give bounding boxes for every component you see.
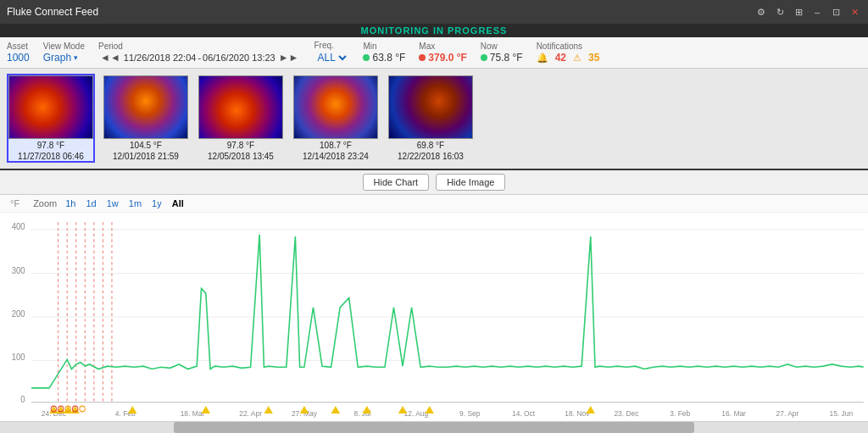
zoom-1h-btn[interactable]: 1h: [64, 198, 77, 208]
svg-text:100: 100: [12, 353, 25, 362]
chart-svg: 400 300 200 100 0: [0, 213, 868, 421]
period-end: 06/16/2020 13:23: [203, 53, 275, 63]
zoom-label: °F: [10, 198, 19, 208]
thermal-card-3[interactable]: 108.7 °F 12/14/2018 23:24: [292, 74, 380, 163]
warn-icon: ⚠: [573, 53, 581, 64]
chart-area: °F Zoom 1h 1d 1w 1m 1y All 400 300 200 1…: [0, 195, 868, 433]
warning-triangle: [331, 406, 341, 414]
thermal-date-2: 12/05/2018 13:45: [208, 152, 274, 161]
thermal-image-4: [388, 75, 473, 139]
freq-select[interactable]: ALL 1h 1d: [314, 51, 349, 64]
now-col: Now 75.8 °F: [481, 42, 523, 64]
period-col: Period ◄◄ 11/26/2018 22:04 - 06/16/2020 …: [98, 42, 300, 64]
thermal-card-4[interactable]: 69.8 °F 12/22/2018 16:03: [387, 74, 475, 163]
thermal-image-2: [198, 75, 283, 139]
header-row: Asset 1000 View Mode Graph ▾ Period ◄◄ 1…: [0, 37, 868, 69]
svg-text:9. Sep: 9. Sep: [459, 409, 481, 418]
notifications-col: Notifications 🔔 42 ⚠ 35: [537, 42, 600, 64]
svg-text:14. Oct: 14. Oct: [512, 409, 536, 418]
thermal-date-3: 12/14/2018 23:24: [303, 152, 369, 161]
period-start: 11/26/2018 22:04: [124, 53, 197, 63]
warn-count: 35: [588, 52, 599, 64]
view-mode-col: View Mode Graph ▾: [43, 42, 85, 64]
close-icon[interactable]: ✕: [848, 5, 861, 19]
min-dot: [363, 54, 370, 61]
min-col: Min 63.8 °F: [363, 42, 405, 64]
thermal-card-0[interactable]: 97.8 °F 11/27/2018 06:46: [7, 74, 95, 163]
svg-text:22. Apr: 22. Apr: [239, 409, 262, 418]
monitoring-bar: MONITORING IN PROGRESS: [0, 24, 868, 37]
svg-text:400: 400: [12, 222, 25, 231]
thermal-card-1[interactable]: 104.5 °F 12/01/2018 21:59: [102, 74, 190, 163]
max-dot: [419, 54, 426, 61]
zoom-all-btn[interactable]: All: [170, 198, 186, 208]
thermal-date-1: 12/01/2018 21:59: [113, 152, 179, 161]
svg-text:23. Dec: 23. Dec: [614, 409, 639, 418]
min-value: 63.8 °F: [363, 52, 405, 64]
svg-text:300: 300: [12, 265, 25, 275]
period-forward-btn[interactable]: ►►: [277, 52, 301, 64]
thermal-temp-4: 69.8 °F: [417, 141, 444, 150]
svg-text:200: 200: [12, 309, 25, 319]
settings-icon[interactable]: ⚙: [754, 5, 768, 19]
scrollbar-thumb[interactable]: [174, 422, 694, 433]
thermal-temp-1: 104.5 °F: [130, 141, 162, 150]
thermal-temp-0: 97.8 °F: [37, 141, 64, 150]
warning-triangle: [70, 406, 80, 414]
zoom-1d-btn[interactable]: 1d: [85, 198, 98, 208]
thermal-image-0: [8, 75, 93, 139]
max-value: 379.0 °F: [419, 52, 467, 64]
zoom-row: °F Zoom 1h 1d 1w 1m 1y All: [0, 195, 868, 213]
titlebar: Fluke Connect Feed ⚙ ↻ ⊞ – ⊡ ✕: [0, 0, 868, 24]
buttons-row: Hide Chart Hide Image: [0, 170, 868, 195]
asset-value: 1000: [7, 52, 30, 64]
svg-text:16. Mar: 16. Mar: [721, 409, 746, 418]
thermal-date-4: 12/22/2018 16:03: [398, 152, 464, 161]
svg-text:15. Jun: 15. Jun: [829, 409, 853, 418]
period-nav: ◄◄ 11/26/2018 22:04 - 06/16/2020 13:23 ►…: [98, 52, 300, 64]
thermal-image-3: [293, 75, 378, 139]
grid-icon[interactable]: ⊞: [792, 5, 805, 19]
images-panel: 97.8 °F 11/27/2018 06:46 104.5 °F 12/01/…: [0, 69, 868, 170]
bell-icon: 🔔: [537, 53, 548, 64]
now-dot: [481, 54, 487, 61]
thermal-image-1: [103, 75, 188, 139]
titlebar-controls: ⚙ ↻ ⊞ – ⊡ ✕: [754, 5, 861, 19]
zoom-1y-btn[interactable]: 1y: [150, 198, 164, 208]
restore-icon[interactable]: ⊡: [829, 5, 843, 19]
svg-text:3. Feb: 3. Feb: [670, 409, 690, 418]
svg-text:12. Aug: 12. Aug: [404, 409, 429, 418]
zoom-1w-btn[interactable]: 1w: [105, 198, 120, 208]
thermal-card-2[interactable]: 97.8 °F 12/05/2018 13:45: [197, 74, 285, 163]
hide-image-button[interactable]: Hide Image: [436, 174, 505, 191]
thermal-temp-3: 108.7 °F: [320, 141, 352, 150]
main-container: MONITORING IN PROGRESS Asset 1000 View M…: [0, 24, 868, 433]
horizontal-scrollbar[interactable]: [0, 421, 868, 433]
zoom-1m-btn[interactable]: 1m: [127, 198, 143, 208]
freq-col: Freq. ALL 1h 1d: [314, 41, 349, 64]
refresh-icon[interactable]: ↻: [773, 5, 787, 19]
minimize-icon[interactable]: –: [810, 5, 824, 19]
zoom-text-label: Zoom: [33, 198, 57, 208]
max-col: Max 379.0 °F: [419, 42, 467, 64]
alert-circle: [80, 406, 85, 412]
bell-count: 42: [555, 52, 566, 64]
chart-svg-container: 400 300 200 100 0: [0, 213, 868, 421]
now-value: 75.8 °F: [481, 52, 523, 64]
svg-text:0: 0: [20, 394, 25, 403]
asset-col: Asset 1000: [7, 42, 30, 64]
period-back-btn[interactable]: ◄◄: [98, 52, 122, 64]
dropdown-arrow-icon: ▾: [74, 53, 78, 62]
svg-text:18. Mar: 18. Mar: [181, 409, 205, 418]
thermal-temp-2: 97.8 °F: [227, 141, 254, 150]
svg-text:18. Nov: 18. Nov: [565, 409, 590, 418]
titlebar-title: Fluke Connect Feed: [7, 6, 98, 18]
hide-chart-button[interactable]: Hide Chart: [363, 174, 430, 191]
svg-text:27. Apr: 27. Apr: [776, 409, 799, 418]
thermal-date-0: 11/27/2018 06:46: [18, 152, 84, 161]
view-mode-value[interactable]: Graph ▾: [43, 52, 85, 64]
warning-triangle: [264, 406, 273, 414]
notifications-value: 🔔 42 ⚠ 35: [537, 52, 600, 64]
